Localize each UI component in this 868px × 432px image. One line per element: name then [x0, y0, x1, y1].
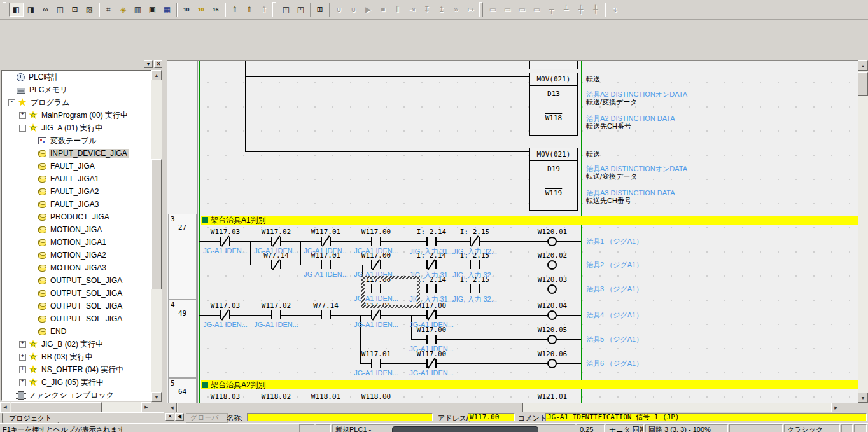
contact-bar[interactable] [426, 260, 428, 269]
tree-vscrollbar[interactable]: ▲ ▼ [151, 70, 162, 402]
coil[interactable] [547, 359, 557, 368]
trace-window-4-icon[interactable]: ▭ [529, 3, 544, 17]
background-window-edge[interactable] [392, 426, 538, 432]
contact-bar[interactable] [271, 260, 272, 269]
window-tile-icon[interactable]: ◳ [293, 3, 308, 17]
tree-item[interactable]: FAULT_JIGA1 [2, 172, 151, 185]
contact-bar[interactable] [280, 310, 281, 319]
tree-item[interactable]: INPUT_DEVICE_JIGA [2, 147, 151, 160]
section-list-icon[interactable]: ⌗ [101, 3, 116, 17]
contact-bar[interactable] [435, 260, 437, 269]
contact-bar[interactable] [426, 335, 428, 344]
properties-window-icon[interactable]: ▨ [82, 3, 97, 17]
tree-item[interactable]: 変数テーブル [2, 134, 151, 147]
tree-item[interactable]: END [2, 325, 151, 338]
expand-icon[interactable]: + [19, 379, 26, 386]
tree-item[interactable]: +MainProgram (00) 実行中 [2, 109, 151, 122]
trace-window-3-icon[interactable]: ▭ [515, 3, 529, 17]
tree-item[interactable]: PLC時計 [2, 71, 151, 83]
stop-icon[interactable]: ■ [375, 3, 390, 17]
contact-bar[interactable] [371, 310, 372, 319]
cross-reference-icon[interactable]: ◫ [53, 3, 67, 17]
contact-bar[interactable] [321, 237, 322, 246]
contact-bar[interactable] [271, 237, 272, 246]
contact-bar[interactable] [435, 284, 437, 293]
tree-item[interactable]: FAULT_JIGA [2, 160, 151, 172]
contact-bar[interactable] [371, 237, 372, 246]
watch-prev-icon[interactable]: ◀ [175, 413, 184, 421]
tree-scroll-up-icon[interactable]: ▲ [151, 70, 162, 80]
ladder-scroll-left-icon[interactable]: ◀ [167, 403, 177, 413]
tree-item[interactable]: +NS_OHTER (04) 実行中 [2, 363, 151, 376]
tree-item[interactable]: MOTION_JIGA [2, 223, 151, 236]
toolbar-grip[interactable] [272, 2, 276, 17]
trace-window-1-icon[interactable]: ▭ [486, 3, 500, 17]
tree-item[interactable]: -JIG_A (01) 実行中 [2, 122, 151, 134]
contact-bar[interactable] [470, 237, 471, 246]
ladder-vscroll-thumb[interactable] [858, 72, 868, 96]
contact-bar[interactable] [321, 260, 322, 269]
contact-bar[interactable] [330, 310, 331, 319]
contact-bar[interactable] [470, 260, 471, 269]
contact-bar[interactable] [426, 237, 428, 246]
contact-bar[interactable] [280, 237, 281, 246]
expand-icon[interactable]: + [19, 366, 26, 373]
contact-bar[interactable] [435, 237, 437, 246]
contact-bar[interactable] [470, 284, 471, 293]
online-hold-2-icon[interactable]: ∪ [346, 3, 361, 17]
tree-item[interactable]: FAULT_JIGA3 [2, 198, 151, 211]
contact-bar[interactable] [380, 359, 381, 368]
contact-bar[interactable] [371, 359, 372, 368]
ladder-hscroll-thumb[interactable] [178, 403, 523, 413]
tree-item[interactable]: PRODUCT_JIGA [2, 211, 151, 223]
dialog-window-icon[interactable]: ▣ [145, 3, 160, 17]
watch-tab-global[interactable]: グローバル [186, 413, 228, 423]
panel-splitter[interactable] [162, 59, 167, 412]
ladder-diagram-editor[interactable]: 327449564 架台治具A1判別架台治具A2判別MOV(021)D13W11… [167, 60, 858, 403]
window-cascade-icon[interactable]: ◰ [279, 3, 293, 17]
ladder-scroll-down-icon[interactable]: ▼ [858, 393, 868, 403]
mov-instruction-block[interactable]: MOV(021)D19W119 [529, 148, 578, 211]
run-to-end-icon[interactable]: ↦ [463, 3, 478, 17]
contact-bar[interactable] [371, 260, 372, 269]
trace-compare-icon[interactable]: ┿ [573, 3, 588, 17]
tree-item[interactable]: +RB (03) 実行中 [2, 351, 151, 363]
coil[interactable] [547, 237, 557, 246]
contact-bar[interactable] [330, 260, 331, 269]
contact-bar[interactable] [321, 310, 322, 319]
tree-item[interactable]: +JIG_B (02) 実行中 [2, 338, 151, 351]
tree-item[interactable]: MOTION_JIGA2 [2, 249, 151, 261]
watch-window-toggle-icon[interactable]: ∞ [38, 3, 53, 17]
tree-item[interactable]: OUTPUT_SOL_JIGA [2, 274, 151, 287]
ladder-scroll-up-icon[interactable]: ▲ [858, 60, 868, 71]
contact-bar[interactable] [479, 284, 480, 293]
contact-bar[interactable] [435, 335, 437, 344]
tree-item[interactable]: OUTPUT_SOL_JIGA [2, 287, 151, 300]
return-icon-icon[interactable]: ↴ [607, 3, 622, 17]
tree-item[interactable]: OUTPUT_SOL_JIGA [2, 312, 151, 325]
tree-item[interactable]: -プログラム [2, 96, 151, 109]
tree-item[interactable]: ファンクションブロック [2, 389, 151, 401]
expand-icon[interactable]: + [19, 341, 26, 348]
contact-bar[interactable] [330, 237, 331, 246]
contact-bar[interactable] [426, 310, 428, 319]
tree-scroll-down-icon[interactable]: ▼ [151, 392, 162, 402]
tree-item[interactable]: OUTPUT_SOL_JIGA [2, 300, 151, 312]
selection-marquee[interactable] [361, 276, 420, 308]
section-pages-icon[interactable]: ▥ [130, 3, 145, 17]
contact-bar[interactable] [380, 310, 381, 319]
tree-item[interactable]: FAULT_JIGA2 [2, 185, 151, 198]
contact-bar[interactable] [220, 237, 221, 246]
step-out-icon[interactable]: ↥ [434, 3, 449, 17]
tree-item[interactable]: MOTION_JIGA3 [2, 261, 151, 274]
step-in-icon[interactable]: ↧ [419, 3, 434, 17]
transfer-window-icon[interactable]: ⊞ [312, 3, 327, 17]
trace-read-icon[interactable]: ┷ [559, 3, 573, 17]
tree-item[interactable]: +C_JIG (05) 実行中 [2, 376, 151, 389]
tree-scroll-left-icon[interactable]: ◀ [0, 402, 10, 412]
step-run-icon[interactable]: ⇥ [405, 3, 419, 17]
tree-item[interactable]: PLCメモリ [2, 83, 151, 96]
contact-bar[interactable] [380, 260, 381, 269]
coil[interactable] [547, 310, 557, 320]
contact-bar[interactable] [479, 237, 480, 246]
